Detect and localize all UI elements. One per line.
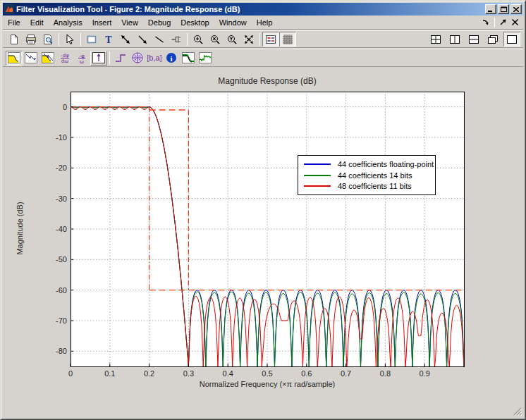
- zoom-x-icon: [209, 34, 221, 45]
- zoom-x-button[interactable]: [207, 32, 224, 47]
- svg-text:-10: -10: [56, 133, 67, 142]
- window-title: Filter Visualization Tool - Figure 2: Ma…: [16, 5, 485, 13]
- pole-zero-button[interactable]: [129, 51, 146, 66]
- zoom-y-icon: [226, 34, 238, 45]
- insert-text-button[interactable]: T: [100, 32, 117, 47]
- minimize-icon: [488, 7, 494, 12]
- maximize-button[interactable]: [498, 4, 509, 14]
- svg-text:0.1: 0.1: [104, 369, 115, 378]
- menu-desktop[interactable]: Desktop: [176, 16, 214, 29]
- menu-help[interactable]: Help: [252, 16, 278, 29]
- maximize-icon: [501, 6, 507, 12]
- svg-text:dω: dω: [61, 58, 68, 63]
- menu-window[interactable]: Window: [214, 16, 252, 29]
- legend-entry: 44 coefficients 14 bits: [304, 171, 432, 180]
- legend-toggle-button[interactable]: [262, 32, 279, 47]
- layout-quad-button[interactable]: [427, 32, 444, 47]
- toolbar-separator: [187, 33, 188, 46]
- layout-vertical-split-button[interactable]: [446, 32, 463, 47]
- text-icon: T: [103, 34, 114, 45]
- close-button[interactable]: [510, 4, 522, 14]
- toolbar-separator: [109, 51, 110, 64]
- legend-line-green: [304, 175, 331, 176]
- legend-label: 44 coefficients 14 bits: [338, 171, 412, 180]
- filter-coefficients-icon: [b,a]: [147, 52, 161, 63]
- insert-arrow-button[interactable]: [134, 32, 151, 47]
- magnitude-and-phase-icon: [42, 52, 54, 63]
- magnitude-estimate-icon: [182, 52, 195, 63]
- svg-text:0.9: 0.9: [420, 369, 430, 378]
- menu-dock-separator: [494, 18, 495, 27]
- magnitude-response-button[interactable]: [6, 51, 23, 66]
- group-delay-button[interactable]: -dφ dω: [56, 51, 73, 66]
- edit-plot-button[interactable]: [61, 32, 78, 47]
- svg-text:i: i: [170, 54, 172, 63]
- matlab-logo-icon: [4, 4, 14, 14]
- grid-toggle-button[interactable]: [279, 32, 296, 47]
- insert-double-arrow-button[interactable]: [117, 32, 134, 47]
- layout-horizontal-split-button[interactable]: [465, 32, 482, 47]
- svg-text:[b,a]: [b,a]: [147, 54, 161, 62]
- menu-analysis[interactable]: Analysis: [49, 16, 87, 29]
- datatip-button[interactable]: [168, 32, 185, 47]
- impulse-response-button[interactable]: [90, 51, 107, 66]
- magnitude-response-plot[interactable]: 00.10.20.30.40.50.60.70.80.90-10-20-30-4…: [3, 68, 523, 417]
- fvtool-window: Filter Visualization Tool - Figure 2: Ma…: [0, 0, 526, 420]
- restore-view-icon: [243, 34, 255, 45]
- figure-canvas[interactable]: Magnitude Response (dB) Magnitude (dB) 0…: [3, 68, 523, 417]
- arrow-icon: [137, 34, 148, 45]
- phase-response-button[interactable]: [23, 51, 39, 66]
- legend-entry: 44 coefficients floating-point: [304, 160, 432, 168]
- filter-information-button[interactable]: i: [163, 51, 180, 66]
- new-document-icon: [8, 34, 20, 45]
- rectangle-icon: [86, 34, 97, 45]
- menu-edit[interactable]: Edit: [25, 16, 49, 29]
- layout-horizontal-split-icon: [468, 35, 479, 44]
- menu-view[interactable]: View: [116, 16, 143, 29]
- impulse-response-icon: [92, 52, 105, 63]
- minimize-button[interactable]: [485, 4, 496, 14]
- svg-text:0.6: 0.6: [301, 369, 312, 378]
- toolbar-separator: [59, 33, 59, 46]
- layout-cascade-button[interactable]: [484, 32, 501, 47]
- layout-quad-icon: [430, 35, 441, 44]
- insert-rectangle-button[interactable]: [83, 32, 100, 47]
- title-bar[interactable]: Filter Visualization Tool - Figure 2: Ma…: [3, 3, 523, 16]
- phase-response-icon: [25, 52, 37, 63]
- svg-text:-20: -20: [56, 163, 67, 172]
- legend-icon: [265, 34, 276, 45]
- svg-text:-60: -60: [56, 286, 67, 295]
- print-preview-button[interactable]: [39, 32, 56, 47]
- group-delay-icon: -dφ dω: [59, 52, 71, 63]
- print-button[interactable]: [23, 32, 39, 47]
- zoom-y-button[interactable]: [224, 32, 240, 47]
- undock-icon[interactable]: [499, 18, 507, 26]
- zoom-in-icon: [192, 34, 204, 45]
- magnitude-estimate-button[interactable]: [180, 51, 197, 66]
- resize-grip[interactable]: [513, 407, 522, 416]
- filter-coefficients-button[interactable]: [b,a]: [146, 51, 163, 66]
- phase-delay-button[interactable]: -φ ω: [73, 51, 90, 66]
- legend-label: 48 coefficients 11 bits: [338, 182, 412, 190]
- restore-view-button[interactable]: [240, 32, 257, 47]
- print-preview-icon: [42, 34, 54, 45]
- legend-line-blue: [304, 163, 331, 165]
- noise-power-spectrum-button[interactable]: [197, 51, 214, 66]
- legend-box[interactable]: 44 coefficients floating-point 44 coeffi…: [298, 155, 436, 195]
- menu-file[interactable]: File: [3, 16, 25, 29]
- magnitude-and-phase-button[interactable]: [39, 51, 56, 66]
- zoom-in-button[interactable]: [190, 32, 207, 47]
- menu-debug[interactable]: Debug: [143, 16, 176, 29]
- layout-single-button[interactable]: [503, 32, 520, 47]
- close-figure-icon[interactable]: [511, 18, 519, 26]
- dock-figure-icon[interactable]: [482, 18, 490, 27]
- insert-line-button[interactable]: [151, 32, 168, 47]
- print-icon: [25, 34, 37, 45]
- new-document-button[interactable]: [6, 32, 23, 47]
- svg-text:-70: -70: [56, 316, 67, 325]
- legend-line-red: [304, 185, 331, 187]
- svg-text:0.5: 0.5: [262, 369, 272, 378]
- step-response-button[interactable]: [112, 51, 129, 66]
- menu-insert[interactable]: Insert: [87, 16, 117, 29]
- svg-text:0.4: 0.4: [223, 369, 233, 378]
